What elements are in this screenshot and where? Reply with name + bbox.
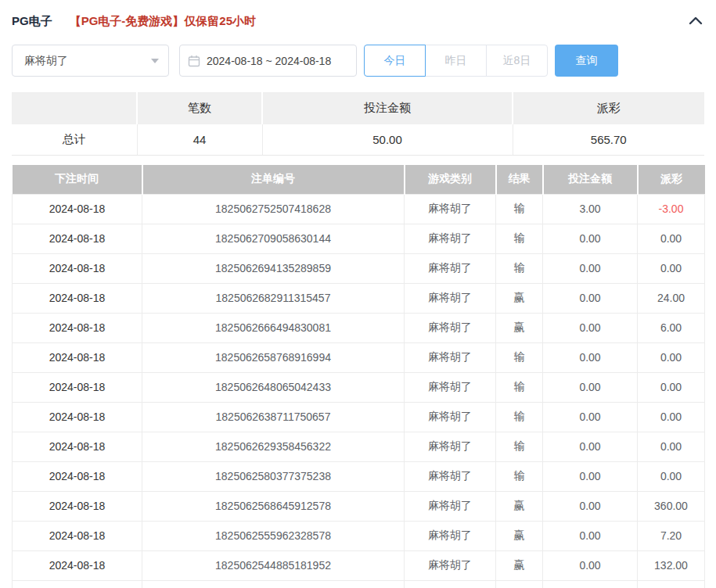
cell-date: 2024-08-18 <box>13 550 142 580</box>
quick-range-group: 今日 昨日 近8日 <box>364 45 548 77</box>
cell-bet-id: 1825062648065042433 <box>142 372 405 402</box>
cell-payout: 6.00 <box>638 313 705 342</box>
cell-payout: 0.00 <box>638 224 705 253</box>
cell-date: 2024-08-18 <box>13 194 142 224</box>
cell-game: 麻将胡了 <box>405 491 496 521</box>
cell-bet-amount: 0.00 <box>543 224 638 253</box>
records-table: 下注时间 注单编号 游戏类别 结果 投注金额 派彩 2024-08-18 182… <box>12 165 705 588</box>
panel-header: PG电子 【PG电子-免费游戏】仅保留25小时 <box>12 11 704 31</box>
cell-game: 麻将胡了 <box>405 550 496 580</box>
records-header-bet-amount: 投注金额 <box>543 165 638 194</box>
cell-bet-amount: 0.00 <box>543 521 638 550</box>
chevron-up-icon <box>689 16 703 27</box>
table-row: 2024-08-18 1825062682911315457 麻将胡了 赢 0.… <box>13 283 705 313</box>
records-header-result: 结果 <box>496 165 543 194</box>
cell-bet-id: 1825062682911315457 <box>142 283 405 313</box>
cell-bet-id: 1825062666494830081 <box>142 313 405 342</box>
cell-bet-id: 1825062709058630144 <box>142 224 405 253</box>
cell-date <box>13 580 142 588</box>
cell-date: 2024-08-18 <box>13 342 142 372</box>
summary-header-payout: 派彩 <box>513 93 704 124</box>
cell-bet-amount: 0.00 <box>543 402 638 432</box>
quick-range-yesterday[interactable]: 昨日 <box>425 45 487 77</box>
cell-result: 赢 <box>496 550 543 580</box>
table-row: 2024-08-18 1825062580377375238 麻将胡了 输 0.… <box>13 461 705 491</box>
page-title: PG电子 <box>12 14 52 29</box>
cell-game <box>405 580 496 588</box>
summary-header-empty <box>12 93 137 124</box>
cell-bet-id: 1825062752507418628 <box>142 194 405 224</box>
cell-payout: 0.00 <box>638 402 705 432</box>
cell-bet-amount: 0.00 <box>543 253 638 283</box>
cell-bet-id: 1825062629358456322 <box>142 432 405 461</box>
filter-bar: 麻将胡了 2024-08-18 ~ 2024-08-18 今日 昨日 近8日 查… <box>12 45 704 77</box>
calendar-icon <box>188 55 200 67</box>
game-select-value: 麻将胡了 <box>24 54 68 68</box>
cell-payout: 7.20 <box>638 521 705 550</box>
cell-bet-amount: 0.00 <box>543 491 638 521</box>
cell-result: 输 <box>496 461 543 491</box>
cell-game: 麻将胡了 <box>405 313 496 342</box>
table-row: 2024-08-18 1825062629358456322 麻将胡了 输 0.… <box>13 432 705 461</box>
date-range-picker[interactable]: 2024-08-18 ~ 2024-08-18 <box>179 45 357 77</box>
table-row: 2024-08-18 1825062709058630144 麻将胡了 输 0.… <box>13 224 705 253</box>
cell-game: 麻将胡了 <box>405 342 496 372</box>
cell-result: 输 <box>496 372 543 402</box>
quick-range-last8days[interactable]: 近8日 <box>486 45 548 77</box>
table-row: 2024-08-18 1825062666494830081 麻将胡了 赢 0.… <box>13 313 705 342</box>
cell-payout: 0.00 <box>638 342 705 372</box>
cell-game: 麻将胡了 <box>405 194 496 224</box>
cell-date: 2024-08-18 <box>13 402 142 432</box>
table-row: 2024-08-18 1825062638711750657 麻将胡了 输 0.… <box>13 402 705 432</box>
cell-payout: 132.00 <box>638 550 705 580</box>
cell-payout: 0.00 <box>638 461 705 491</box>
cell-bet-amount: 0.00 <box>543 432 638 461</box>
cell-game: 麻将胡了 <box>405 461 496 491</box>
cell-payout: -3.00 <box>638 194 705 224</box>
cell-bet-id <box>142 580 405 588</box>
cell-result <box>496 580 543 588</box>
cell-payout: 360.00 <box>638 491 705 521</box>
table-row: 2024-08-18 1825062752507418628 麻将胡了 输 3.… <box>13 194 705 224</box>
cell-bet-id: 1825062658768916994 <box>142 342 405 372</box>
cell-payout: 0.00 <box>638 432 705 461</box>
cell-bet-amount: 0.00 <box>543 342 638 372</box>
cell-bet-amount: 0.00 <box>543 313 638 342</box>
quick-range-today[interactable]: 今日 <box>364 45 426 77</box>
summary-total-payout: 565.70 <box>513 124 704 156</box>
cell-result: 输 <box>496 342 543 372</box>
cell-date: 2024-08-18 <box>13 461 142 491</box>
cell-payout: 0.00 <box>638 253 705 283</box>
summary-header-bet-amount: 投注金额 <box>262 93 513 124</box>
cell-result: 输 <box>496 224 543 253</box>
game-select[interactable]: 麻将胡了 <box>12 45 169 77</box>
cell-result: 输 <box>496 194 543 224</box>
cell-bet-amount: 0.00 <box>543 461 638 491</box>
collapse-button[interactable] <box>687 13 704 30</box>
cell-result: 赢 <box>496 491 543 521</box>
betting-records-panel: PG电子 【PG电子-免费游戏】仅保留25小时 麻将胡了 2024-08-18 … <box>0 11 716 588</box>
records-tbody: 2024-08-18 1825062752507418628 麻将胡了 输 3.… <box>13 194 705 588</box>
summary-total-row: 总计 44 50.00 565.70 <box>12 124 704 156</box>
summary-total-count: 44 <box>137 124 262 156</box>
cell-date: 2024-08-18 <box>13 372 142 402</box>
cell-result: 输 <box>496 402 543 432</box>
search-button[interactable]: 查询 <box>555 45 618 77</box>
cell-bet-amount: 0.00 <box>543 283 638 313</box>
table-row: 2024-08-18 1825062658768916994 麻将胡了 输 0.… <box>13 342 705 372</box>
cell-bet-id: 1825062580377375238 <box>142 461 405 491</box>
records-header-bet-id: 注单编号 <box>142 165 405 194</box>
cell-payout: 24.00 <box>638 283 705 313</box>
cell-payout <box>638 580 705 588</box>
cell-game: 麻将胡了 <box>405 253 496 283</box>
cell-bet-amount: 0.00 <box>543 550 638 580</box>
notice-text: 【PG电子-免费游戏】仅保留25小时 <box>70 14 256 29</box>
cell-result: 赢 <box>496 313 543 342</box>
table-row: 2024-08-18 1825062555962328578 麻将胡了 赢 0.… <box>13 521 705 550</box>
cell-date: 2024-08-18 <box>13 432 142 461</box>
cell-result: 输 <box>496 253 543 283</box>
cell-date: 2024-08-18 <box>13 521 142 550</box>
records-header-payout: 派彩 <box>638 165 705 194</box>
cell-result: 赢 <box>496 521 543 550</box>
summary-header-row: 笔数 投注金额 派彩 <box>12 93 704 124</box>
